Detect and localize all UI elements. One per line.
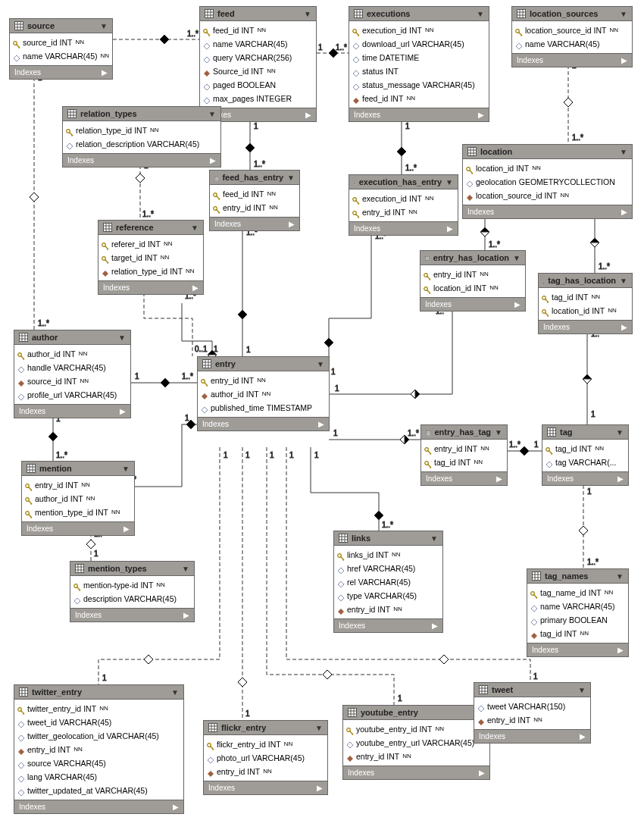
- table-header[interactable]: executions▼: [349, 7, 489, 21]
- expand-icon[interactable]: ▶: [102, 68, 108, 77]
- table-links[interactable]: links▼links_id INTNNhref VARCHAR(45)rel …: [333, 531, 443, 633]
- indexes-section[interactable]: Indexes▶: [463, 205, 632, 218]
- table-header[interactable]: mention_types▼: [70, 562, 194, 576]
- collapse-icon[interactable]: ▼: [171, 688, 179, 697]
- table-entry_has_location[interactable]: entry_has_location▼entry_id INTNNlocatio…: [420, 250, 526, 312]
- collapse-icon[interactable]: ▼: [287, 174, 295, 182]
- table-feed[interactable]: feed▼feed_id INTNNname VARCHAR(45)query …: [199, 6, 317, 122]
- indexes-section[interactable]: Indexes▶: [14, 800, 183, 813]
- indexes-section[interactable]: Indexes▶: [349, 108, 489, 121]
- indexes-section[interactable]: Indexes▶: [98, 280, 203, 294]
- table-header[interactable]: tag_has_location▼: [539, 274, 632, 288]
- collapse-icon[interactable]: ▼: [477, 10, 484, 18]
- collapse-icon[interactable]: ▼: [191, 224, 199, 232]
- indexes-section[interactable]: Indexes▶: [63, 153, 220, 167]
- table-header[interactable]: reference▼: [98, 221, 203, 235]
- collapse-icon[interactable]: ▼: [182, 565, 189, 573]
- collapse-icon[interactable]: ▼: [620, 277, 627, 285]
- collapse-icon[interactable]: ▼: [578, 686, 586, 694]
- indexes-section[interactable]: Indexes▶: [474, 729, 590, 743]
- expand-icon[interactable]: ▶: [617, 474, 624, 483]
- collapse-icon[interactable]: ▼: [620, 148, 627, 156]
- collapse-icon[interactable]: ▼: [620, 10, 627, 18]
- collapse-icon[interactable]: ▼: [208, 110, 216, 118]
- indexes-section[interactable]: Indexes▶: [22, 521, 134, 535]
- table-header[interactable]: tag_names▼: [527, 569, 628, 584]
- expand-icon[interactable]: ▶: [432, 622, 438, 630]
- collapse-icon[interactable]: ▼: [100, 22, 108, 30]
- expand-icon[interactable]: ▶: [580, 732, 586, 741]
- collapse-icon[interactable]: ▼: [317, 360, 324, 368]
- expand-icon[interactable]: ▶: [479, 769, 485, 777]
- indexes-section[interactable]: Indexes▶: [343, 766, 489, 779]
- collapse-icon[interactable]: ▼: [304, 10, 311, 18]
- expand-icon[interactable]: ▶: [123, 524, 130, 533]
- collapse-icon[interactable]: ▼: [616, 572, 624, 581]
- indexes-section[interactable]: Indexes▶: [210, 217, 299, 230]
- indexes-section[interactable]: Indexes▶: [70, 608, 194, 622]
- table-header[interactable]: feed▼: [200, 7, 316, 21]
- expand-icon[interactable]: ▶: [621, 56, 627, 64]
- table-header[interactable]: tag▼: [542, 425, 628, 440]
- table-executions[interactable]: executions▼execution_id INTNNdownload_ur…: [349, 6, 489, 122]
- expand-icon[interactable]: ▶: [317, 784, 323, 792]
- indexes-section[interactable]: Indexes▶: [14, 404, 130, 418]
- expand-icon[interactable]: ▶: [305, 111, 311, 119]
- expand-icon[interactable]: ▶: [210, 156, 216, 164]
- table-location_sources[interactable]: location_sources▼location_source_id INTN…: [511, 6, 633, 67]
- table-header[interactable]: youtube_entry▼: [343, 706, 489, 720]
- table-header[interactable]: location_sources▼: [512, 7, 632, 21]
- collapse-icon[interactable]: ▼: [616, 428, 624, 437]
- expand-icon[interactable]: ▶: [617, 646, 624, 654]
- table-header[interactable]: feed_has_entry▼: [210, 171, 299, 185]
- table-header[interactable]: entry_has_location▼: [420, 251, 525, 265]
- expand-icon[interactable]: ▶: [183, 611, 189, 619]
- table-youtube_entry[interactable]: youtube_entry▼youtube_entry_id INTNNyout…: [342, 705, 490, 780]
- table-tag_has_location[interactable]: tag_has_location▼tag_id INTNNlocation_id…: [538, 273, 633, 334]
- table-header[interactable]: entry_has_tag▼: [421, 425, 507, 440]
- table-header[interactable]: relation_types▼: [63, 107, 220, 121]
- table-tag[interactable]: tag▼tag_id INTNNtag VARCHAR(...Indexes▶: [542, 424, 629, 486]
- table-header[interactable]: entry▼: [198, 357, 329, 371]
- table-source[interactable]: source▼source_id INTNNname VARCHAR(45)NN…: [9, 18, 113, 80]
- table-execution_has_entry[interactable]: execution_has_entry▼execution_id INTNNen…: [349, 174, 458, 236]
- expand-icon[interactable]: ▶: [120, 407, 126, 415]
- expand-icon[interactable]: ▶: [496, 474, 502, 483]
- expand-icon[interactable]: ▶: [192, 283, 199, 292]
- table-entry_has_tag[interactable]: entry_has_tag▼entry_id INTNNtag_id INTNN…: [420, 424, 508, 486]
- indexes-section[interactable]: Indexes▶: [198, 417, 329, 431]
- collapse-icon[interactable]: ▼: [118, 333, 126, 342]
- table-header[interactable]: author▼: [14, 330, 130, 345]
- table-header[interactable]: mention▼: [22, 462, 134, 476]
- expand-icon[interactable]: ▶: [621, 208, 627, 216]
- indexes-section[interactable]: Indexes▶: [542, 471, 628, 485]
- table-header[interactable]: location▼: [463, 145, 632, 159]
- expand-icon[interactable]: ▶: [289, 220, 295, 228]
- table-header[interactable]: links▼: [334, 531, 442, 546]
- collapse-icon[interactable]: ▼: [495, 428, 502, 437]
- table-reference[interactable]: reference▼referer_id INTNNtarget_id INTN…: [98, 220, 204, 295]
- expand-icon[interactable]: ▶: [447, 224, 453, 233]
- indexes-section[interactable]: Indexes▶: [349, 221, 458, 235]
- indexes-section[interactable]: Indexes▶: [334, 618, 442, 632]
- indexes-section[interactable]: Indexes▶: [204, 781, 327, 794]
- table-feed_has_entry[interactable]: feed_has_entry▼feed_id INTNNentry_id INT…: [209, 170, 300, 231]
- expand-icon[interactable]: ▶: [318, 420, 324, 428]
- expand-icon[interactable]: ▶: [514, 300, 521, 308]
- indexes-section[interactable]: Indexes▶: [421, 471, 507, 485]
- expand-icon[interactable]: ▶: [173, 803, 179, 811]
- table-relation_types[interactable]: relation_types▼relation_type_id INTNNrel…: [62, 106, 221, 168]
- table-tag_names[interactable]: tag_names▼tag_name_id INTNNname VARCHAR(…: [527, 568, 629, 657]
- indexes-section[interactable]: Indexes▶: [539, 320, 632, 333]
- table-mention[interactable]: mention▼entry_id INTNNauthor_id INTNNmen…: [21, 461, 135, 536]
- table-author[interactable]: author▼author_id INTNNhandle VARCHAR(45)…: [14, 330, 131, 418]
- table-mention_types[interactable]: mention_types▼mention-type-id INTNNdescr…: [70, 561, 195, 622]
- expand-icon[interactable]: ▶: [478, 111, 484, 119]
- collapse-icon[interactable]: ▼: [122, 465, 130, 473]
- table-header[interactable]: source▼: [10, 19, 112, 33]
- indexes-section[interactable]: Indexes▶: [527, 643, 628, 656]
- collapse-icon[interactable]: ▼: [315, 724, 323, 732]
- table-flickr_entry[interactable]: flickr_entry▼flickr_entry_id INTNNphoto_…: [203, 720, 328, 795]
- collapse-icon[interactable]: ▼: [445, 178, 453, 186]
- table-header[interactable]: tweet▼: [474, 683, 590, 697]
